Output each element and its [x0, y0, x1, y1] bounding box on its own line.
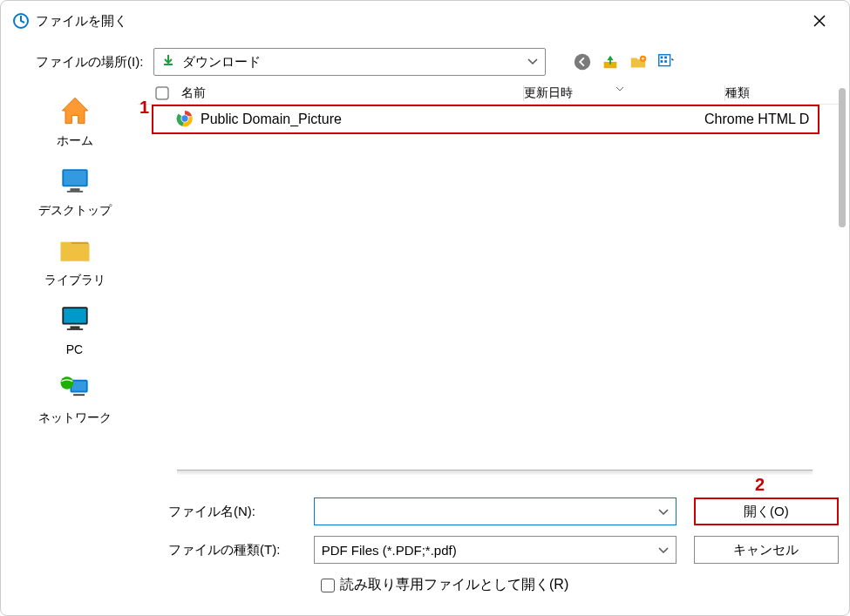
svg-point-18 — [60, 376, 73, 389]
column-type[interactable]: 種類 — [725, 85, 839, 101]
location-combo[interactable]: ダウンロード — [153, 48, 546, 76]
chevron-down-icon — [658, 542, 669, 558]
filetype-label: ファイルの種類(T): — [168, 542, 296, 558]
network-icon — [54, 367, 96, 409]
file-list: 1 Public Domain_Picture Chrome HTML D — [138, 105, 839, 430]
svg-rect-19 — [73, 394, 85, 396]
scrollbar[interactable] — [839, 88, 846, 227]
sidebar-item-pc[interactable]: PC — [51, 295, 99, 360]
chevron-down-icon — [658, 504, 669, 519]
file-name: Public Domain_Picture — [201, 112, 504, 127]
svg-rect-14 — [70, 326, 79, 328]
column-headers: 名前 更新日時 種類 — [138, 83, 839, 105]
chrome-file-icon — [176, 110, 195, 129]
file-row[interactable]: Public Domain_Picture Chrome HTML D — [152, 105, 819, 134]
file-type: Chrome HTML D — [704, 112, 818, 127]
desktop-icon — [54, 159, 96, 201]
filetype-select[interactable]: PDF Files (*.PDF;*.pdf) — [314, 536, 677, 564]
location-value: ダウンロード — [182, 54, 520, 71]
file-list-area: 名前 更新日時 種類 1 Public Domain_Picture — [138, 83, 839, 430]
location-toolbar: ファイルの場所(I): ダウンロード — [1, 41, 849, 83]
chevron-down-icon — [527, 56, 538, 68]
svg-rect-10 — [70, 188, 79, 191]
readonly-checkbox[interactable] — [321, 579, 335, 592]
new-folder-button[interactable] — [628, 51, 649, 72]
sort-caret-icon — [615, 84, 624, 93]
sidebar-item-home[interactable]: ホーム — [51, 86, 99, 152]
divider — [177, 470, 813, 475]
annotation-2: 2 — [755, 475, 765, 495]
svg-rect-17 — [71, 382, 85, 391]
bottom-form: 2 ファイル名(N): 開く(O) ファイルの種類(T): PDF Files … — [1, 470, 849, 594]
places-sidebar: ホーム デスクトップ ライブラリ PC — [11, 83, 138, 430]
titlebar: ファイルを開く — [1, 1, 849, 41]
sidebar-item-desktop[interactable]: デスクトップ — [35, 156, 115, 222]
filename-label: ファイル名(N): — [168, 504, 296, 520]
sidebar-item-network[interactable]: ネットワーク — [35, 363, 115, 430]
svg-rect-11 — [66, 191, 82, 193]
view-menu-button[interactable] — [656, 51, 677, 72]
readonly-label: 読み取り専用ファイルとして開く(R) — [340, 576, 568, 594]
filetype-value: PDF Files (*.PDF;*.pdf) — [322, 543, 658, 558]
library-icon — [54, 229, 96, 271]
file-open-dialog: ファイルを開く ファイルの場所(I): ダウンロード — [0, 0, 850, 616]
svg-point-23 — [181, 115, 187, 121]
app-icon — [13, 13, 29, 29]
svg-rect-15 — [66, 328, 82, 330]
column-date[interactable]: 更新日時 — [524, 85, 724, 101]
download-icon — [161, 53, 175, 71]
window-title: ファイルを開く — [36, 13, 127, 30]
svg-rect-20 — [156, 87, 168, 99]
select-all-checkbox[interactable] — [155, 86, 180, 100]
column-name[interactable]: 名前 — [180, 85, 523, 101]
annotation-1: 1 — [139, 98, 149, 118]
svg-rect-13 — [64, 308, 86, 323]
location-label: ファイルの場所(I): — [36, 54, 143, 71]
close-button[interactable] — [802, 8, 837, 34]
open-button[interactable]: 開く(O) — [694, 498, 839, 525]
nav-back-button[interactable] — [572, 51, 593, 72]
sidebar-item-library[interactable]: ライブラリ — [41, 226, 109, 292]
svg-rect-9 — [64, 171, 86, 186]
home-icon — [54, 90, 96, 132]
svg-rect-5 — [664, 57, 667, 59]
svg-rect-7 — [664, 60, 667, 63]
pc-icon — [54, 299, 96, 341]
cancel-button[interactable]: キャンセル — [694, 536, 839, 564]
svg-rect-6 — [661, 60, 663, 63]
svg-rect-4 — [661, 57, 663, 59]
nav-up-button[interactable] — [600, 51, 621, 72]
filename-input[interactable] — [314, 498, 677, 525]
svg-point-1 — [575, 54, 590, 70]
